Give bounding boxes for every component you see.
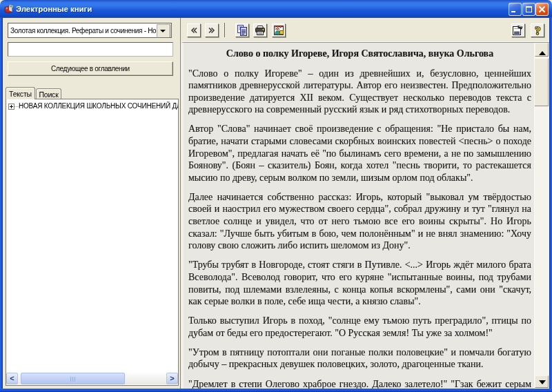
- svg-text:?: ?: [535, 24, 541, 37]
